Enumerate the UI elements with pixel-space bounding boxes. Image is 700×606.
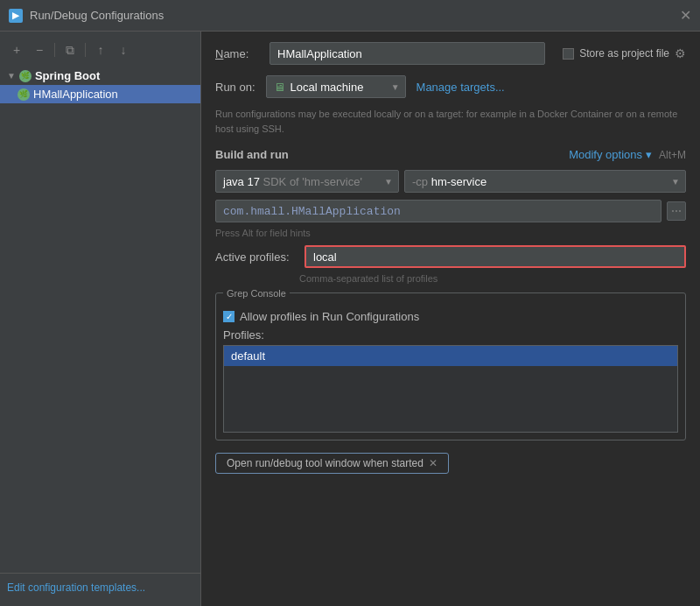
active-profiles-row: Active profiles: bbox=[201, 242, 700, 271]
main-class-input[interactable] bbox=[215, 200, 662, 222]
tree-spring-boot[interactable]: ▼ 🌿 Spring Boot bbox=[0, 67, 200, 85]
dropdown-arrow-icon: ▼ bbox=[391, 82, 400, 92]
field-hint-text: Press Alt for field hints bbox=[201, 226, 700, 242]
remove-configuration-button[interactable]: − bbox=[30, 40, 49, 60]
run-hint-text: Run configurations may be executed local… bbox=[201, 102, 700, 139]
content-area: Name: Store as project file ⚙ Run on: 🖥 … bbox=[201, 32, 700, 606]
sidebar-toolbar: + − ⧉ ↑ ↓ bbox=[0, 37, 200, 67]
store-project-row: Store as project file ⚙ bbox=[563, 46, 686, 60]
build-run-section-header: Build and run Modify options ▾ Alt+M bbox=[201, 139, 700, 166]
profiles-comma-hint: Comma-separated list of profiles bbox=[201, 271, 700, 289]
store-project-checkbox[interactable] bbox=[563, 48, 574, 60]
store-project-label: Store as project file bbox=[579, 47, 669, 60]
name-underline: Name: bbox=[215, 47, 248, 60]
move-down-button[interactable]: ↓ bbox=[114, 40, 133, 60]
run-debug-icon: ▶ bbox=[9, 9, 23, 23]
spring-boot-icon: 🌿 bbox=[19, 70, 32, 82]
modify-options-shortcut: Alt+M bbox=[659, 149, 686, 161]
close-button[interactable]: ✕ bbox=[680, 9, 691, 23]
toolbar-separator-2 bbox=[85, 43, 86, 57]
modify-options-label: Modify options bbox=[569, 148, 642, 161]
manage-targets-link[interactable]: Manage targets... bbox=[416, 81, 505, 94]
active-profiles-input[interactable] bbox=[304, 245, 686, 268]
modify-options-arrow-icon: ▾ bbox=[646, 148, 652, 161]
toolbar-separator bbox=[54, 43, 55, 57]
profiles-list[interactable]: default bbox=[223, 345, 678, 433]
cp-dropdown[interactable]: -cp hm-service ▼ bbox=[404, 170, 686, 193]
sdk-dropdown[interactable]: java 17 SDK of 'hm-service' ▼ bbox=[215, 170, 399, 193]
profile-item-default[interactable]: default bbox=[224, 346, 677, 366]
run-on-label: Run on: bbox=[215, 81, 256, 94]
allow-profiles-label: Allow profiles in Run Configurations bbox=[240, 310, 419, 323]
sidebar-bottom: Edit configuration templates... bbox=[0, 573, 200, 601]
browse-main-class-button[interactable]: ⋯ bbox=[667, 201, 686, 221]
modify-options-group: Modify options ▾ Alt+M bbox=[569, 148, 686, 161]
tree-hmall-application[interactable]: 🌿 HMallApplication bbox=[0, 85, 200, 103]
name-input[interactable] bbox=[270, 42, 545, 65]
cp-dropdown-arrow-icon: ▼ bbox=[671, 177, 680, 187]
title-bar: ▶ Run/Debug Configurations ✕ bbox=[0, 0, 700, 32]
modify-options-link[interactable]: Modify options ▾ bbox=[569, 148, 652, 161]
tool-window-row: Open run/debug tool window when started … bbox=[201, 444, 700, 483]
main-class-row: ⋯ bbox=[201, 196, 700, 226]
sdk-dropdown-arrow-icon: ▼ bbox=[384, 177, 393, 187]
sdk-suffix-text: SDK of 'hm-service' bbox=[263, 175, 362, 188]
build-run-title: Build and run bbox=[215, 148, 289, 161]
run-on-row: Run on: 🖥 Local machine ▼ Manage targets… bbox=[201, 72, 700, 102]
sdk-row: java 17 SDK of 'hm-service' ▼ -cp hm-ser… bbox=[201, 166, 700, 196]
dialog-title: Run/Debug Configurations bbox=[30, 9, 164, 22]
edit-templates-link[interactable]: Edit configuration templates... bbox=[7, 581, 145, 594]
grep-checkbox-row: ✓ Allow profiles in Run Configurations bbox=[223, 310, 678, 323]
cp-prefix: -cp bbox=[412, 175, 431, 188]
run-on-dropdown[interactable]: 🖥 Local machine ▼ bbox=[266, 75, 406, 98]
cp-value: hm-service bbox=[431, 175, 487, 188]
sidebar: + − ⧉ ↑ ↓ ▼ 🌿 Spring Boot 🌿 HMallApplica… bbox=[0, 32, 201, 606]
add-configuration-button[interactable]: + bbox=[7, 40, 26, 60]
copy-configuration-button[interactable]: ⧉ bbox=[60, 40, 80, 60]
expand-arrow-icon: ▼ bbox=[7, 71, 16, 81]
name-label: Name: bbox=[215, 47, 259, 60]
allow-profiles-checkbox[interactable]: ✓ bbox=[223, 311, 234, 322]
active-profiles-label: Active profiles: bbox=[215, 250, 294, 264]
spring-boot-label: Spring Boot bbox=[35, 69, 100, 82]
hmall-app-icon: 🌿 bbox=[18, 88, 30, 101]
local-machine-label: Local machine bbox=[290, 81, 364, 94]
move-up-button[interactable]: ↑ bbox=[91, 40, 110, 60]
hmall-app-label: HMallApplication bbox=[33, 88, 118, 101]
grep-console-title: Grep Console bbox=[223, 288, 290, 299]
grep-inner: ✓ Allow profiles in Run Configurations P… bbox=[216, 307, 685, 440]
profiles-section-label: Profiles: bbox=[223, 328, 678, 342]
sdk-version-text: java 17 bbox=[223, 175, 263, 188]
tool-window-close-icon[interactable]: ✕ bbox=[429, 457, 438, 469]
tool-window-label: Open run/debug tool window when started bbox=[227, 457, 424, 469]
title-bar-left: ▶ Run/Debug Configurations bbox=[9, 9, 164, 23]
local-machine-icon: 🖥 bbox=[274, 81, 285, 94]
tool-window-button[interactable]: Open run/debug tool window when started … bbox=[215, 453, 449, 474]
store-project-gear-icon[interactable]: ⚙ bbox=[675, 46, 686, 60]
name-row: Name: Store as project file ⚙ bbox=[201, 32, 700, 72]
grep-console-section: Grep Console ✓ Allow profiles in Run Con… bbox=[215, 292, 686, 440]
